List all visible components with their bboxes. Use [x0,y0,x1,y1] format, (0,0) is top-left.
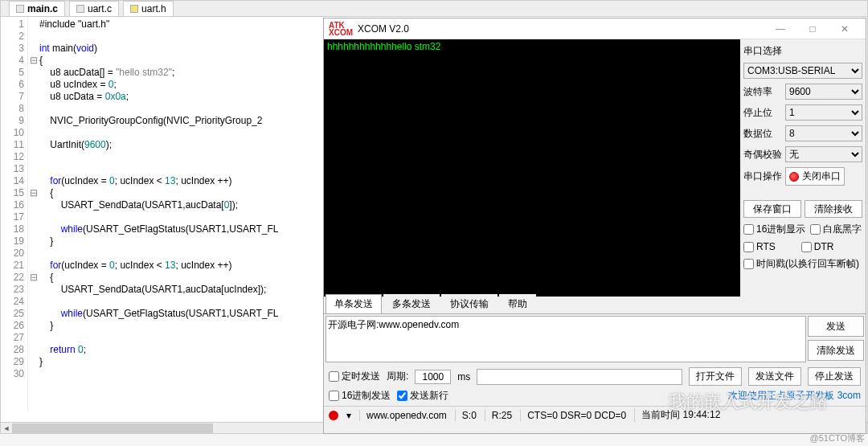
tab-uart-c[interactable]: uart.c [69,1,119,16]
status-time: 19:44:12 [683,409,721,420]
period-label: 周期: [387,370,408,383]
status-dot-icon [329,411,338,420]
open-file-button[interactable]: 打开文件 [689,367,742,386]
minimize-icon[interactable]: — [764,23,796,35]
status-url[interactable]: www.openedv.com [359,410,447,421]
terminal-output[interactable]: hhhhhhhhhhhhhello stm32 [324,39,740,297]
tab-main-c[interactable]: main.c [9,1,65,16]
close-icon[interactable]: ✕ [829,23,861,35]
stop-send-button[interactable]: 停止发送 [808,367,861,386]
tab-protocol[interactable]: 协议传输 [441,294,497,313]
status-bar: ▾ www.openedv.com S:0 R:25 CTS=0 DSR=0 D… [324,406,866,423]
timed-send-label: 定时发送 [342,370,380,383]
timestamp-label: 时间戳(以换行回车断帧) [756,257,859,271]
newline-checkbox[interactable] [397,391,407,401]
credit: @51CTO博客 [810,432,865,444]
baud-select[interactable]: 9600 [785,84,862,100]
port-label: 串口选择 [743,44,862,58]
scroll-left-icon[interactable]: ◄ [1,423,12,434]
tab-single-send[interactable]: 单条发送 [326,294,382,313]
send-file-button[interactable]: 发送文件 [748,367,801,386]
data-label: 数据位 [743,127,782,141]
close-port-button[interactable]: 关闭串口 [785,167,845,186]
dtr-label: DTR [814,241,834,252]
tab-label: main.c [27,3,58,14]
promo-link[interactable]: 欢迎使用正点原子开发板 3com [728,389,861,403]
tab-help[interactable]: 帮助 [499,294,536,313]
stop-select[interactable]: 1 [785,104,862,121]
parity-select[interactable]: 无 [785,146,862,162]
timestamp-checkbox[interactable] [743,259,754,269]
xcom-titlebar[interactable]: ATKXCOM XCOM V2.0 — □ ✕ [324,18,866,39]
xcom-window: ATKXCOM XCOM V2.0 — □ ✕ hhhhhhhhhhhhhell… [323,18,866,434]
period-input[interactable] [415,370,451,384]
port-status-icon [789,172,799,182]
send-textarea[interactable]: 开源电子网:www.openedv.com [326,316,806,362]
clear-recv-button[interactable]: 清除接收 [805,200,862,218]
clear-send-button[interactable]: 清除发送 [808,340,864,361]
hex-display-checkbox[interactable] [743,224,754,235]
file-tabs: main.c uart.c uart.h [1,1,867,17]
tab-label: uart.h [141,3,166,14]
status-lines: CTS=0 DSR=0 DCD=0 [520,410,626,421]
serial-settings-panel: 串口选择 COM3:USB-SERIAL 波特率9600 停止位1 数据位8 奇… [740,39,866,297]
scroll-thumb[interactable] [12,423,213,433]
rts-checkbox[interactable] [743,242,754,252]
baud-label: 波特率 [743,85,782,99]
file-path-box[interactable] [477,369,682,385]
op-label: 串口操作 [743,170,782,183]
port-select[interactable]: COM3:USB-SERIAL [743,63,862,79]
rts-label: RTS [756,241,776,252]
xcom-logo-icon: ATKXCOM [329,22,353,36]
status-sent: S:0 [455,410,477,421]
line-gutter: 1234567891011121314151617181920212223242… [1,17,28,411]
data-select[interactable]: 8 [785,125,862,141]
tab-label: uart.c [88,3,112,14]
file-icon [16,5,24,13]
hex-send-checkbox[interactable] [329,391,339,401]
parity-label: 奇偶校验 [743,148,782,162]
whitebg-checkbox[interactable] [810,224,821,235]
ms-label: ms [457,371,470,383]
stop-label: 停止位 [743,106,782,120]
tab-multi-send[interactable]: 多条发送 [383,294,440,313]
time-label: 当前时间 [641,409,680,420]
file-icon [76,5,84,13]
maximize-icon[interactable]: □ [796,23,829,35]
send-button[interactable]: 发送 [808,316,864,337]
dtr-checkbox[interactable] [801,242,812,252]
fold-column[interactable]: ⊟ ⊟ ⊟ [28,17,39,411]
status-recv: R:25 [485,410,512,421]
hex-send-label: 16进制发送 [342,389,391,403]
hex-display-label: 16进制显示 [756,223,805,236]
whitebg-label: 白底黑字 [823,223,862,236]
send-tabs: 单条发送 多条发送 协议传输 帮助 [324,297,866,314]
tab-uart-h[interactable]: uart.h [123,1,174,16]
file-icon [130,5,138,13]
window-title: XCOM V2.0 [358,23,764,35]
newline-label: 发送新行 [410,389,448,403]
save-window-button[interactable]: 保存窗口 [743,200,801,218]
timed-send-checkbox[interactable] [329,371,339,382]
